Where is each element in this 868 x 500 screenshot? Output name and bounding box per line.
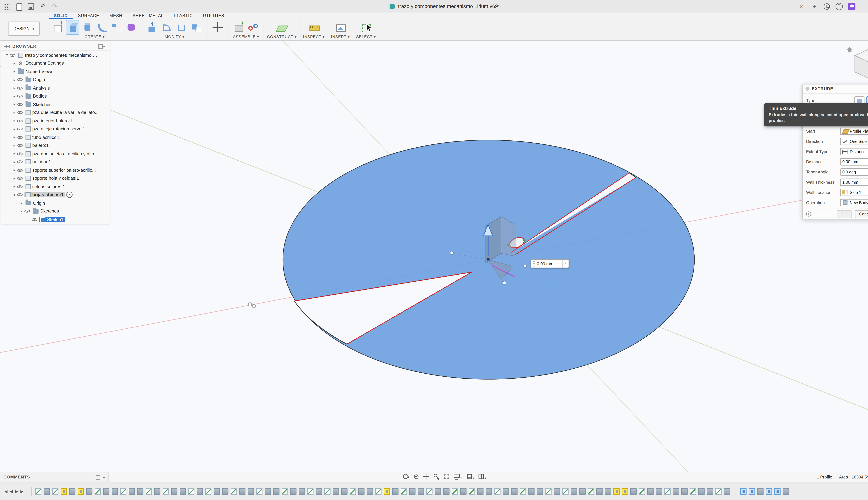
job-status-icon[interactable] <box>823 3 830 10</box>
timeline-sketch-icon[interactable] <box>469 488 475 495</box>
browser-node[interactable]: ▸celdas solares:1 <box>1 182 110 191</box>
timeline-feature-icon[interactable] <box>503 488 509 495</box>
input-distance[interactable]: 0.00 mm <box>840 158 868 165</box>
browser-node[interactable]: ▸Origin <box>1 199 110 207</box>
timeline-feature-highlight-icon[interactable] <box>61 488 67 495</box>
timeline-feature-icon[interactable] <box>571 488 577 495</box>
timeline-feature-icon[interactable] <box>69 488 76 495</box>
timeline-sketch-icon[interactable] <box>120 488 127 495</box>
timeline-feature-icon[interactable] <box>44 488 50 495</box>
select-direction[interactable]: One Side▾ <box>840 137 868 145</box>
workspace-switcher[interactable]: DESIGN ▾ <box>8 22 40 36</box>
visibility-eye-icon[interactable] <box>17 77 23 83</box>
ok-button[interactable]: OK <box>837 210 852 218</box>
timeline-sketch-icon[interactable] <box>256 488 263 495</box>
visibility-eye-icon[interactable] <box>17 159 23 165</box>
timeline-sketch-icon[interactable] <box>426 488 433 495</box>
timeline-feature-icon[interactable] <box>486 488 492 495</box>
manipulator-handle[interactable] <box>523 264 527 268</box>
timeline-sketch-icon[interactable] <box>494 488 501 495</box>
pattern-icon[interactable] <box>110 20 123 35</box>
browser-node[interactable]: Sketch1 <box>1 215 110 224</box>
tab-utilities[interactable]: UTILITIES <box>198 12 229 19</box>
drag-grip-icon[interactable] <box>532 261 536 266</box>
visibility-eye-icon[interactable] <box>17 85 23 91</box>
timeline-feature-icon[interactable] <box>477 488 484 495</box>
timeline-feature-icon[interactable] <box>214 488 220 495</box>
dimension-handle-icon[interactable]: ⋮ <box>562 260 569 268</box>
expand-arrow-icon[interactable]: ▸ <box>12 118 17 123</box>
timeline-sketch-icon[interactable] <box>231 488 237 495</box>
timeline-sketch-icon[interactable] <box>52 488 58 495</box>
timeline-feature-icon[interactable] <box>248 488 254 495</box>
group-label-modify[interactable]: MODIFY ▾ <box>165 35 184 39</box>
timeline-feature-icon[interactable] <box>460 488 467 495</box>
browser-node[interactable]: ▸pza que sujeta al acrilico y al b... <box>1 150 110 158</box>
timeline-feature-icon[interactable] <box>197 488 203 495</box>
visibility-eye-icon[interactable] <box>17 151 23 157</box>
expand-arrow-icon[interactable]: ▾ <box>4 53 10 57</box>
timeline-feature-icon[interactable] <box>333 488 339 495</box>
timeline-sketch-selected-icon[interactable] <box>749 488 755 495</box>
timeline-feature-icon[interactable] <box>528 488 535 495</box>
group-label-create[interactable]: CREATE ▾ <box>84 35 105 39</box>
revolve-icon[interactable] <box>81 20 94 35</box>
sketch-point-pair[interactable] <box>252 304 256 308</box>
visibility-eye-icon[interactable] <box>17 143 23 148</box>
timeline-feature-highlight-icon[interactable] <box>622 488 628 495</box>
timeline-feature-icon[interactable] <box>511 488 518 495</box>
insert-canvas-icon[interactable] <box>334 20 347 35</box>
timeline-sketch-icon[interactable] <box>146 488 152 495</box>
expand-arrow-icon[interactable]: ▸ <box>12 102 17 107</box>
timeline-feature-icon[interactable] <box>239 488 245 495</box>
visibility-eye-icon[interactable] <box>32 217 38 223</box>
play-icon[interactable]: ▶ <box>15 489 18 494</box>
browser-node[interactable]: ▸tubo acrilico:1 <box>1 133 110 141</box>
timeline-sketch-icon[interactable] <box>588 488 594 495</box>
timeline-sketch-icon[interactable] <box>546 488 552 495</box>
timeline-feature-icon[interactable] <box>392 488 399 495</box>
timeline-sketch-icon[interactable] <box>189 488 195 495</box>
measure-icon[interactable] <box>307 20 321 35</box>
undo-icon[interactable]: ↶ <box>39 3 46 10</box>
tab-surface[interactable]: SURFACE <box>73 12 104 19</box>
timeline-feature-icon[interactable] <box>418 488 424 495</box>
press-pull-icon[interactable] <box>146 20 159 35</box>
move-copy-icon[interactable] <box>211 20 225 35</box>
new-tab-icon[interactable]: + <box>811 3 818 10</box>
sketch-point-pair[interactable] <box>248 303 252 306</box>
shell-icon[interactable] <box>175 20 189 35</box>
browser-node[interactable]: ▸soporte hoja y celdas:1 <box>1 174 110 182</box>
input-wall-thickness[interactable]: 1.00 mm <box>840 178 868 185</box>
timeline-feature-icon[interactable] <box>443 488 450 495</box>
step-back-icon[interactable]: ◀ <box>10 489 13 494</box>
browser-node[interactable]: ▾Sketches <box>1 207 110 215</box>
timeline-feature-icon[interactable] <box>273 488 279 495</box>
timeline-feature-icon[interactable] <box>596 488 603 495</box>
comments-bar[interactable]: COMMENTS » <box>0 472 109 482</box>
timeline-feature-icon[interactable] <box>358 488 365 495</box>
timeline-feature-icon[interactable] <box>316 488 322 495</box>
comments-expand-icon[interactable]: » <box>103 475 105 479</box>
timeline-sketch-icon[interactable] <box>452 488 458 495</box>
zoom-icon[interactable] <box>432 473 441 480</box>
panel-dock-icon[interactable] <box>98 44 103 48</box>
visibility-eye-icon[interactable] <box>24 208 31 214</box>
dimension-input[interactable]: 0.00 mm ⋮ <box>530 259 569 268</box>
timeline-sketch-selected-icon[interactable] <box>766 488 772 495</box>
timeline-sketch-icon[interactable] <box>690 488 696 495</box>
dialog-grip-icon[interactable] <box>806 87 810 91</box>
manipulator-handle[interactable] <box>450 251 454 255</box>
timeline-sketch-icon[interactable] <box>520 488 526 495</box>
visibility-eye-icon[interactable] <box>17 192 23 198</box>
group-label-construct[interactable]: CONSTRUCT ▾ <box>267 35 297 39</box>
group-label-assemble[interactable]: ASSEMBLE ▾ <box>233 35 259 39</box>
expand-arrow-icon[interactable]: ▸ <box>12 94 17 99</box>
browser-node[interactable]: ▾trazo y componentes mecanismo L... <box>1 51 110 59</box>
expand-arrow-icon[interactable]: ▸ <box>12 160 17 164</box>
browser-node[interactable]: ▾hojas chicas:1 <box>1 191 110 199</box>
tab-plastic[interactable]: PLASTIC <box>169 12 198 19</box>
help-icon[interactable] <box>835 3 843 10</box>
timeline-sketch-icon[interactable] <box>95 488 101 495</box>
home-icon[interactable] <box>847 47 853 52</box>
